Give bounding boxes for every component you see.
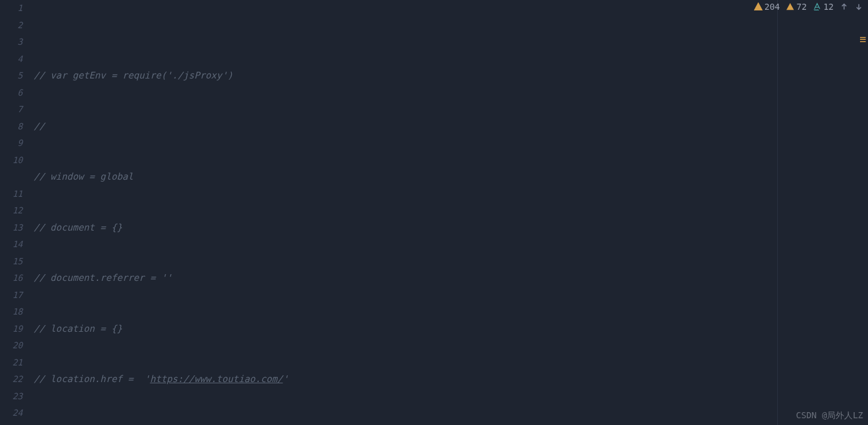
line-gutter: 123456789101112131415161718192021222324 bbox=[0, 0, 34, 425]
margin-line bbox=[777, 0, 778, 425]
code-text: // location.href = 'https://www.toutiao.… bbox=[34, 373, 288, 385]
code-text: // location = {} bbox=[34, 323, 123, 334]
warning-icon bbox=[754, 2, 763, 11]
code-area[interactable]: // var getEnv = require('./jsProxy') // … bbox=[34, 0, 868, 425]
inspection-status-bar[interactable]: 204 72 12 bbox=[754, 2, 863, 12]
warnings-count-1[interactable]: 204 bbox=[754, 2, 780, 12]
prev-highlight[interactable] bbox=[840, 2, 848, 11]
watermark-text: CSDN @局外人LZ bbox=[796, 410, 863, 421]
code-text: // window = global bbox=[34, 171, 134, 182]
arrow-down-icon bbox=[855, 2, 863, 11]
warnings-count-2[interactable]: 72 bbox=[786, 2, 807, 12]
arrow-up-icon bbox=[840, 2, 848, 11]
code-editor[interactable]: 123456789101112131415161718192021222324 … bbox=[0, 0, 868, 425]
typos-count[interactable]: 12 bbox=[813, 2, 834, 12]
warning-icon bbox=[786, 2, 794, 11]
code-text: // document = {} bbox=[34, 222, 123, 233]
next-highlight[interactable] bbox=[855, 2, 863, 11]
code-text: // var getEnv = require('./jsProxy') bbox=[34, 70, 233, 81]
code-text: // document.referrer = '' bbox=[34, 272, 172, 283]
code-text: // bbox=[34, 121, 45, 132]
typo-icon bbox=[813, 2, 821, 11]
gutter-menu-icon[interactable]: ≡ bbox=[859, 33, 866, 45]
